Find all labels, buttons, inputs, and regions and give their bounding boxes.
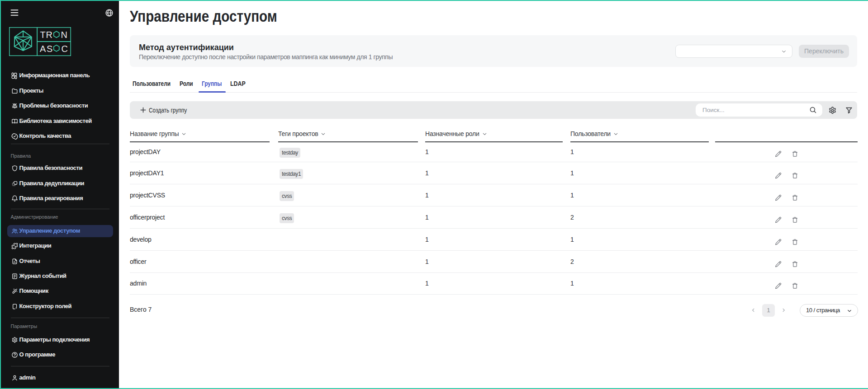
- svg-text:N: N: [61, 30, 67, 40]
- svg-text:C: C: [62, 44, 68, 54]
- svg-text:R: R: [46, 30, 52, 40]
- svg-text:T: T: [40, 30, 46, 40]
- svg-text:A: A: [40, 44, 46, 54]
- svg-text:S: S: [47, 44, 52, 54]
